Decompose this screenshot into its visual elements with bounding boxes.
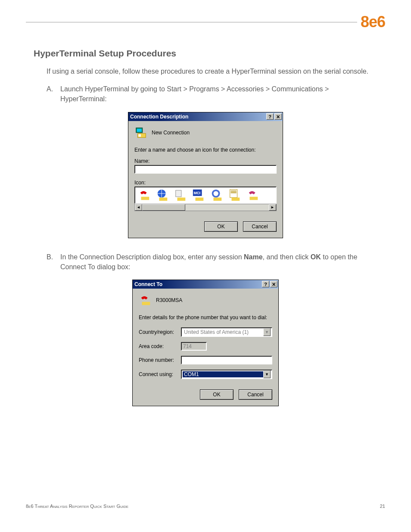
connect-to-dialog: Connect To R3000MSA Enter details for th… (132, 280, 279, 406)
svg-rect-3 (138, 134, 141, 137)
connect-using-value: COM1 (183, 371, 263, 377)
step-b-text: In the Connection Description dialog box… (60, 252, 374, 272)
page-title: HyperTerminal Setup Procedures (34, 48, 385, 59)
help-icon[interactable] (262, 281, 269, 287)
phone-label: Phone number: (139, 357, 177, 363)
step-b-marker: B. (47, 252, 56, 272)
cancel-button[interactable]: Cancel (239, 389, 272, 400)
step-b-pre: In the Connection Description dialog box… (60, 253, 244, 261)
dialog2-titlebar[interactable]: Connect To (133, 280, 278, 289)
connect-using-select[interactable]: COM1 ▼ (181, 370, 272, 379)
globe-icon[interactable] (156, 189, 169, 202)
cancel-button[interactable]: Cancel (243, 221, 277, 232)
scroll-left-icon[interactable]: ◄ (135, 204, 142, 211)
step-a-marker: A. (47, 84, 56, 104)
scroll-thumb[interactable] (142, 204, 185, 211)
icon-scrollbar[interactable]: ◄ ► (134, 204, 277, 211)
connection-wizard-icon (134, 126, 147, 139)
area-label: Area code: (139, 343, 177, 349)
svg-rect-1 (137, 128, 142, 132)
ok-button[interactable]: OK (200, 389, 234, 400)
icon-picker[interactable]: MCI (134, 187, 277, 204)
dialog2-prompt: Enter details for the phone number that … (139, 314, 272, 320)
mci-icon[interactable]: MCI (192, 189, 205, 202)
phone-magenta-icon[interactable] (246, 189, 259, 202)
svg-point-13 (214, 191, 218, 196)
svg-rect-6 (159, 197, 168, 201)
phone-red-icon[interactable] (138, 189, 151, 202)
svg-rect-20 (142, 302, 150, 305)
country-value: United States of America (1) (183, 329, 263, 335)
ge-round-icon[interactable] (210, 189, 223, 202)
svg-rect-18 (232, 197, 240, 201)
svg-rect-16 (231, 190, 237, 191)
phone-number-input[interactable] (181, 356, 272, 364)
svg-rect-19 (250, 196, 258, 200)
intro-text: If using a serial console, follow these … (47, 66, 374, 76)
header-rule (26, 22, 357, 22)
doc-icon[interactable] (228, 189, 241, 202)
scroll-right-icon[interactable]: ► (269, 204, 276, 211)
page-number: 21 (380, 504, 385, 509)
area-code-input (181, 342, 207, 351)
footer-doc-title: 8e6 Threat Analysis Reporter Quick Start… (26, 504, 128, 509)
session-name-label: R3000MSA (156, 297, 182, 303)
step-a-text: Launch HyperTerminal by going to Start >… (60, 84, 374, 104)
dialog1-title: Connection Description (130, 114, 266, 120)
step-b-ok: OK (311, 253, 321, 261)
name-label: Name: (134, 158, 277, 164)
country-label: Country/region: (139, 329, 177, 335)
phone-red-icon (139, 294, 152, 307)
phone-gray-icon[interactable] (174, 189, 187, 202)
dropdown-icon: ▼ (263, 328, 271, 336)
svg-rect-7 (176, 190, 181, 196)
step-b-name: Name (244, 253, 263, 261)
svg-rect-17 (231, 192, 237, 193)
dialog2-title: Connect To (134, 281, 262, 287)
svg-rect-4 (141, 196, 149, 200)
name-input[interactable] (134, 165, 277, 174)
svg-rect-14 (214, 197, 222, 201)
svg-rect-11 (196, 197, 204, 201)
dialog1-prompt: Enter a name and choose an icon for the … (134, 147, 277, 153)
country-select: United States of America (1) ▼ (181, 327, 272, 337)
ok-button[interactable]: OK (204, 221, 238, 232)
close-icon[interactable] (270, 281, 277, 287)
new-connection-label: New Connection (152, 130, 190, 136)
icon-label: Icon: (134, 180, 277, 186)
help-icon[interactable] (266, 113, 274, 120)
dropdown-icon[interactable]: ▼ (263, 370, 271, 378)
step-b-mid: , and then click (263, 253, 311, 261)
close-icon[interactable] (274, 113, 282, 120)
connection-description-dialog: Connection Description New Connection (128, 112, 283, 238)
svg-rect-8 (177, 197, 186, 201)
connect-using-label: Connect using: (139, 371, 177, 377)
svg-text:MCI: MCI (194, 191, 200, 195)
dialog1-titlebar[interactable]: Connection Description (128, 112, 283, 121)
brand-logo: 8e6 (361, 13, 385, 31)
